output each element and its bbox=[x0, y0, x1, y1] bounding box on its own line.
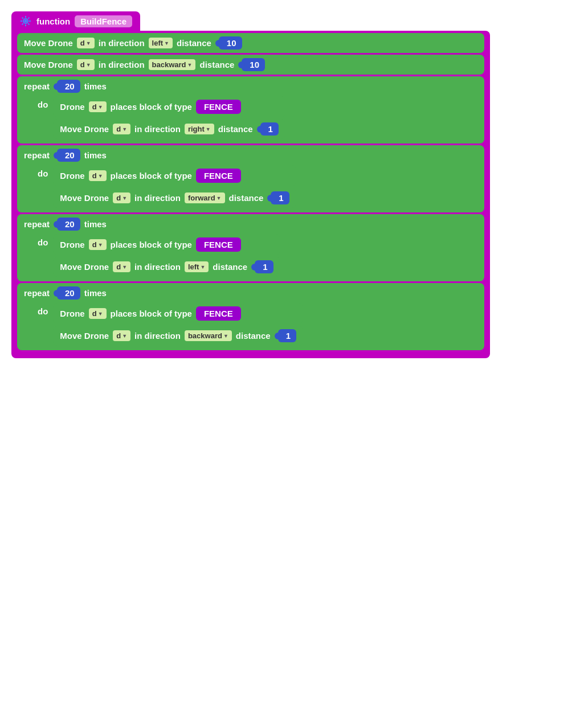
move-inner-val-2[interactable]: 1 bbox=[271, 191, 289, 204]
move-text-1: Move Drone bbox=[24, 38, 73, 48]
function-name[interactable]: BuildFence bbox=[75, 15, 132, 27]
move-inner-1: Move Drone d in direction right distance… bbox=[53, 119, 285, 139]
move-inner-text-4c: distance bbox=[236, 331, 271, 341]
move-inner-dir-1[interactable]: right bbox=[185, 124, 214, 134]
move-inner-drone-1[interactable]: d bbox=[113, 124, 130, 134]
repeat-value-2[interactable]: 20 bbox=[57, 149, 80, 162]
move-inner-text-3b: in direction bbox=[134, 262, 181, 272]
place-text-3a: Drone bbox=[60, 240, 84, 249]
place-text-2b: places block of type bbox=[111, 171, 192, 181]
place-block-3: Drone d places block of type FENCE bbox=[53, 234, 280, 255]
times-label-2: times bbox=[84, 150, 107, 160]
move-inner-text-2c: distance bbox=[229, 193, 264, 203]
repeat-block-2: repeat 20 times do Drone d places block … bbox=[17, 145, 484, 212]
repeat-label-2: repeat bbox=[24, 150, 50, 160]
move-inner-text-1b: in direction bbox=[134, 124, 181, 134]
place-drone-4[interactable]: d bbox=[89, 308, 107, 319]
repeat-body-4: do Drone d places block of type FENCE Mo… bbox=[17, 303, 484, 350]
move-inner-drone-2[interactable]: d bbox=[113, 192, 130, 203]
do-label-3: do bbox=[38, 234, 48, 247]
svg-point-1 bbox=[24, 20, 27, 23]
repeat-body-1: do Drone d places block of type FENCE Mo… bbox=[17, 96, 484, 144]
repeat-block-4: repeat 20 times do Drone d places block … bbox=[17, 283, 484, 350]
move-inner-text-2a: Move Drone bbox=[60, 193, 109, 203]
place-text-1b: places block of type bbox=[111, 102, 192, 112]
distance-text-1: distance bbox=[177, 38, 211, 48]
repeat-header-3: repeat 20 times bbox=[17, 214, 484, 234]
times-label-1: times bbox=[84, 81, 107, 91]
move-inner-text-1c: distance bbox=[218, 124, 253, 134]
move-inner-drone-4[interactable]: d bbox=[113, 330, 130, 341]
repeat-inner-blocks-3: Drone d places block of type FENCE Move … bbox=[53, 234, 280, 277]
move-block-2: Move Drone d in direction backward dista… bbox=[17, 55, 484, 75]
function-label: function bbox=[36, 17, 70, 26]
direction-dropdown-2[interactable]: backward bbox=[149, 59, 196, 70]
place-block-1: Drone d places block of type FENCE bbox=[53, 96, 285, 117]
distance-text-2: distance bbox=[199, 60, 234, 69]
move-inner-val-3[interactable]: 1 bbox=[255, 260, 273, 273]
repeat-label-4: repeat bbox=[24, 288, 50, 298]
repeat-label-1: repeat bbox=[24, 81, 50, 91]
drone-dropdown-2[interactable]: d bbox=[77, 59, 95, 70]
place-block-2: Drone d places block of type FENCE bbox=[53, 165, 296, 186]
place-text-3b: places block of type bbox=[111, 240, 192, 249]
repeat-block-3: repeat 20 times do Drone d places block … bbox=[17, 214, 484, 281]
fence-badge-2[interactable]: FENCE bbox=[196, 169, 241, 183]
do-label-1: do bbox=[38, 96, 48, 109]
repeat-header-1: repeat 20 times bbox=[17, 76, 484, 96]
move-inner-3: Move Drone d in direction left distance … bbox=[53, 257, 280, 277]
direction-text-1: in direction bbox=[99, 38, 145, 48]
direction-text-2: in direction bbox=[99, 60, 145, 69]
place-text-4a: Drone bbox=[60, 309, 84, 318]
gear-icon bbox=[19, 15, 32, 27]
move-inner-dir-3[interactable]: left bbox=[185, 261, 209, 272]
move-inner-text-4a: Move Drone bbox=[60, 331, 109, 341]
function-header: function BuildFence bbox=[11, 11, 140, 31]
place-drone-2[interactable]: d bbox=[89, 170, 107, 181]
do-label-4: do bbox=[38, 303, 48, 316]
distance-value-1[interactable]: 10 bbox=[219, 36, 242, 50]
repeat-inner-blocks-1: Drone d places block of type FENCE Move … bbox=[53, 96, 285, 139]
move-inner-text-1a: Move Drone bbox=[60, 124, 109, 134]
move-text-2: Move Drone bbox=[24, 60, 73, 69]
repeat-block-1: repeat 20 times do Drone d places block … bbox=[17, 76, 484, 144]
repeat-value-3[interactable]: 20 bbox=[57, 218, 80, 231]
repeat-inner-blocks-4: Drone d places block of type FENCE Move … bbox=[53, 303, 303, 346]
repeat-header-2: repeat 20 times bbox=[17, 145, 484, 165]
times-label-4: times bbox=[84, 288, 107, 298]
place-drone-1[interactable]: d bbox=[89, 101, 107, 112]
fence-badge-4[interactable]: FENCE bbox=[196, 306, 241, 321]
place-text-4b: places block of type bbox=[111, 309, 192, 318]
repeat-label-3: repeat bbox=[24, 219, 50, 229]
repeat-body-3: do Drone d places block of type FENCE Mo… bbox=[17, 234, 484, 281]
move-inner-dir-2[interactable]: forward bbox=[185, 192, 225, 203]
drone-dropdown-1[interactable]: d bbox=[77, 38, 95, 48]
move-inner-val-4[interactable]: 1 bbox=[278, 329, 296, 342]
move-block-1: Move Drone d in direction left distance … bbox=[17, 33, 484, 53]
place-text-2a: Drone bbox=[60, 171, 84, 181]
move-inner-text-3c: distance bbox=[213, 262, 247, 272]
move-inner-text-4b: in direction bbox=[134, 331, 181, 341]
move-inner-4: Move Drone d in direction backward dista… bbox=[53, 326, 303, 346]
fence-badge-3[interactable]: FENCE bbox=[196, 237, 241, 252]
repeat-body-2: do Drone d places block of type FENCE Mo… bbox=[17, 165, 484, 212]
place-block-4: Drone d places block of type FENCE bbox=[53, 303, 303, 324]
workspace: function BuildFence Move Drone d in dire… bbox=[11, 11, 490, 358]
place-text-1a: Drone bbox=[60, 102, 84, 112]
place-drone-3[interactable]: d bbox=[89, 239, 107, 250]
move-inner-text-3a: Move Drone bbox=[60, 262, 109, 272]
repeat-header-4: repeat 20 times bbox=[17, 283, 484, 303]
fence-badge-1[interactable]: FENCE bbox=[196, 100, 241, 114]
times-label-3: times bbox=[84, 219, 107, 229]
move-inner-drone-3[interactable]: d bbox=[113, 261, 130, 272]
distance-value-2[interactable]: 10 bbox=[242, 58, 265, 71]
move-inner-2: Move Drone d in direction forward distan… bbox=[53, 188, 296, 208]
move-inner-text-2b: in direction bbox=[134, 193, 181, 203]
direction-dropdown-1[interactable]: left bbox=[149, 38, 173, 48]
repeat-inner-blocks-2: Drone d places block of type FENCE Move … bbox=[53, 165, 296, 208]
move-inner-val-1[interactable]: 1 bbox=[260, 122, 279, 136]
move-inner-dir-4[interactable]: backward bbox=[185, 330, 232, 341]
repeat-value-1[interactable]: 20 bbox=[57, 80, 80, 93]
repeat-value-4[interactable]: 20 bbox=[57, 286, 80, 300]
do-label-2: do bbox=[38, 165, 48, 178]
